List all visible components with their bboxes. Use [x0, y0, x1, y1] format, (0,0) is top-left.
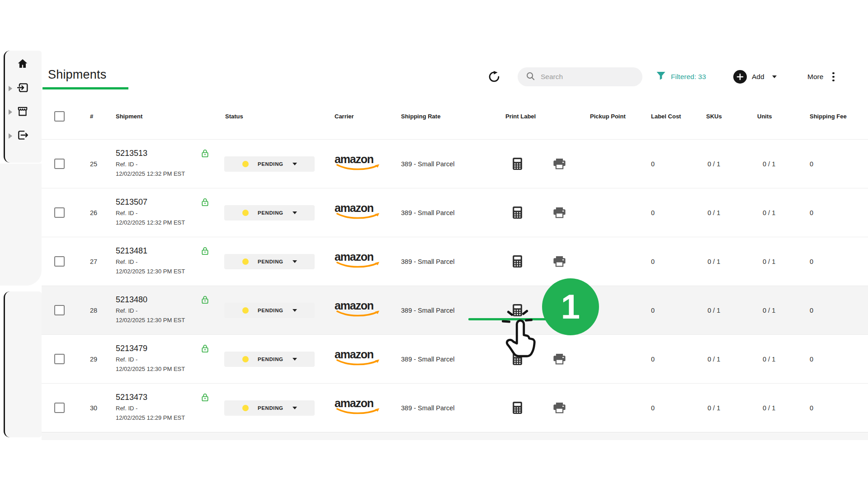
units-value: 0 / 1 [739, 160, 793, 168]
lock-icon [201, 197, 209, 209]
print-label-button[interactable] [553, 354, 566, 365]
column-header-skus[interactable]: SKUs [687, 113, 739, 120]
row-checkbox[interactable] [54, 305, 65, 315]
column-header-shipment[interactable]: Shipment [108, 113, 222, 120]
shipping-rate: 389 - Small Parcel [389, 160, 477, 168]
plus-circle-icon [733, 70, 747, 84]
carrier-cell: amazon [314, 252, 389, 271]
status-dot-icon [242, 258, 249, 265]
shipment-cell[interactable]: 5213507 Ref. ID - 12/02/2025 12:32 PM ES… [108, 197, 222, 228]
carrier-cell: amazon [314, 155, 389, 173]
status-dropdown[interactable]: PENDING [224, 303, 315, 318]
more-button-label: More [807, 73, 823, 81]
shipment-ref-id: Ref. ID - [116, 258, 222, 266]
status-label: PENDING [258, 259, 283, 264]
table-row[interactable]: 30 5213473 Ref. ID - 12/02/2025 12:29 PM… [42, 384, 868, 432]
shipment-cell[interactable]: 5213473 Ref. ID - 12/02/2025 12:29 PM ES… [108, 393, 222, 423]
row-number: 26 [80, 209, 108, 216]
table-row[interactable]: 26 5213507 Ref. ID - 12/02/2025 12:32 PM… [42, 188, 868, 237]
search-input[interactable]: Search [518, 67, 642, 86]
table-footer-strip [42, 432, 868, 440]
status-cell: PENDING [222, 352, 314, 367]
filter-button[interactable]: Filtered: 33 [656, 67, 706, 86]
table-row[interactable]: 29 5213479 Ref. ID - 12/02/2025 12:30 PM… [42, 335, 868, 384]
column-header-status[interactable]: Status [222, 113, 314, 120]
table-row[interactable]: 27 5213481 Ref. ID - 12/02/2025 12:30 PM… [42, 237, 868, 286]
status-label: PENDING [258, 210, 283, 216]
caret-down-icon [292, 260, 297, 263]
print-label-button[interactable] [553, 207, 566, 218]
status-dropdown[interactable]: PENDING [224, 400, 315, 416]
status-dropdown[interactable]: PENDING [224, 352, 315, 367]
print-label-button[interactable] [553, 403, 566, 413]
kebab-menu-icon[interactable] [832, 72, 835, 82]
column-header-label-cost[interactable]: Label Cost [633, 113, 687, 120]
shipment-date: 12/02/2025 12:32 PM EST [116, 219, 222, 227]
sidebar-item-outbound[interactable] [5, 129, 43, 143]
sidebar-item-inbound[interactable] [5, 82, 43, 95]
more-button[interactable]: More [807, 67, 835, 86]
sidebar-panel-lower [4, 291, 42, 437]
calculate-rate-button[interactable] [512, 157, 523, 170]
amazon-logo-text: amazon [335, 252, 382, 262]
sidebar-item-store[interactable] [5, 105, 43, 119]
chevron-right-icon[interactable] [9, 133, 12, 139]
title-underline [42, 87, 128, 89]
shipment-cell[interactable]: 5213513 Ref. ID - 12/02/2025 12:32 PM ES… [108, 149, 222, 179]
shipment-date: 12/02/2025 12:32 PM EST [116, 170, 222, 178]
status-dropdown[interactable]: PENDING [224, 156, 315, 172]
print-label-button[interactable] [553, 256, 566, 267]
amazon-logo-text: amazon [335, 350, 382, 359]
shipment-ref-id: Ref. ID - [116, 307, 222, 315]
status-dropdown[interactable]: PENDING [224, 254, 315, 269]
filtered-count-label: Filtered: 33 [671, 73, 706, 81]
status-dropdown[interactable]: PENDING [224, 205, 315, 221]
status-dot-icon [242, 356, 249, 362]
table-row[interactable]: 28 5213480 Ref. ID - 12/02/2025 12:30 PM… [42, 286, 868, 335]
add-button-label: Add [752, 73, 764, 81]
print-label-button[interactable] [553, 159, 566, 169]
shipment-cell[interactable]: 5213479 Ref. ID - 12/02/2025 12:30 PM ES… [108, 344, 222, 374]
label-cost-value: 0 [633, 160, 687, 168]
shipment-date: 12/02/2025 12:30 PM EST [116, 267, 222, 276]
row-checkbox[interactable] [54, 207, 65, 218]
shipping-rate: 389 - Small Parcel [389, 404, 477, 412]
status-dot-icon [242, 161, 249, 167]
row-checkbox[interactable] [54, 159, 65, 169]
lock-icon [201, 149, 209, 160]
column-header-carrier[interactable]: Carrier [314, 113, 389, 120]
column-header-shipping-fee[interactable]: Shipping Fee [793, 113, 868, 120]
amazon-smile-icon [335, 213, 382, 220]
caret-down-icon [292, 163, 297, 165]
shipment-ref-id: Ref. ID - [116, 209, 222, 217]
chevron-right-icon[interactable] [9, 86, 12, 91]
row-checkbox[interactable] [54, 403, 65, 413]
column-header-num[interactable]: # [80, 113, 108, 120]
carrier-cell: amazon [314, 350, 389, 368]
status-label: PENDING [258, 357, 283, 362]
row-checkbox[interactable] [54, 256, 65, 267]
calculate-rate-button[interactable] [512, 206, 523, 219]
shipment-cell[interactable]: 5213481 Ref. ID - 12/02/2025 12:30 PM ES… [108, 246, 222, 277]
printer-icon [553, 207, 566, 218]
page-title: Shipments [48, 68, 106, 82]
table-row[interactable]: 25 5213513 Ref. ID - 12/02/2025 12:32 PM… [42, 140, 868, 188]
chevron-right-icon[interactable] [9, 109, 12, 115]
store-icon [12, 105, 28, 119]
calculate-rate-button[interactable] [512, 401, 523, 414]
refresh-button[interactable] [488, 70, 500, 83]
column-header-print-label[interactable]: Print Label [477, 113, 567, 120]
column-header-pickup-point[interactable]: Pickup Point [567, 113, 633, 120]
caret-down-icon [772, 75, 777, 78]
select-all-checkbox[interactable] [54, 111, 65, 122]
amazon-smile-icon [335, 310, 382, 318]
column-header-units[interactable]: Units [739, 113, 793, 120]
column-header-shipping-rate[interactable]: Shipping Rate [389, 113, 477, 120]
sidebar-item-home[interactable] [5, 58, 43, 71]
row-checkbox[interactable] [54, 354, 65, 364]
amazon-logo-text: amazon [335, 301, 382, 310]
calculate-rate-button[interactable] [512, 304, 523, 317]
add-button[interactable]: Add [733, 67, 777, 86]
shipment-cell[interactable]: 5213480 Ref. ID - 12/02/2025 12:30 PM ES… [108, 295, 222, 325]
calculate-rate-button[interactable] [512, 255, 523, 268]
